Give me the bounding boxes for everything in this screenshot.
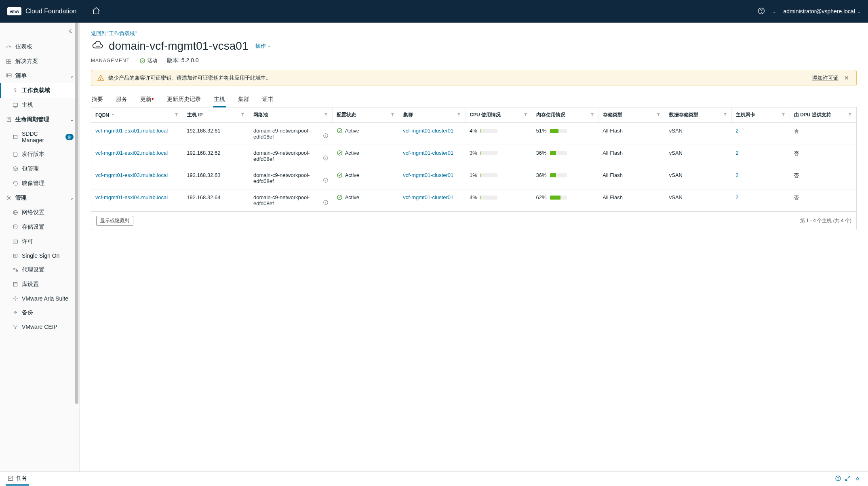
filter-icon[interactable] bbox=[324, 112, 328, 118]
sidebar-scrollbar[interactable] bbox=[74, 23, 79, 471]
nics-link[interactable]: 2 bbox=[735, 172, 738, 178]
svg-point-24 bbox=[15, 328, 16, 329]
nav-backup[interactable]: 备份 bbox=[0, 305, 79, 320]
cluster-link[interactable]: vcf-mgmt01-cluster01 bbox=[403, 150, 453, 156]
filter-icon[interactable] bbox=[523, 112, 528, 118]
nav-licensing[interactable]: 许可 bbox=[0, 234, 79, 249]
col-cpu[interactable]: CPU 使用情况 bbox=[466, 107, 532, 123]
license-icon bbox=[12, 238, 19, 245]
cluster-link[interactable]: vcf-mgmt01-cluster01 bbox=[403, 128, 453, 134]
tab-services[interactable]: 服务 bbox=[115, 93, 128, 107]
col-dpu[interactable]: 由 DPU 提供支持 bbox=[790, 107, 856, 123]
nav-inventory[interactable]: 清单 ⌄ bbox=[0, 69, 79, 83]
expand-button[interactable] bbox=[843, 473, 853, 484]
svg-rect-3 bbox=[9, 59, 11, 61]
help-button-bottom[interactable] bbox=[833, 473, 843, 484]
col-host-ip[interactable]: 主机 IP bbox=[183, 107, 249, 123]
nav-workload-domains[interactable]: 工作负载域 bbox=[0, 83, 79, 98]
filter-icon[interactable] bbox=[390, 112, 395, 118]
host-fqdn-link[interactable]: vcf-mgmt01-esxi03.mulab.local bbox=[95, 172, 168, 178]
sidebar: 仪表板 解决方案 清单 ⌄ 工作负载域 主机 bbox=[0, 23, 80, 471]
tab-update[interactable]: 更新• bbox=[139, 93, 155, 107]
cluster-link[interactable]: vcf-mgmt01-cluster01 bbox=[403, 172, 453, 178]
tab-summary[interactable]: 摘要 bbox=[91, 93, 104, 107]
nav-sso[interactable]: Single Sign On bbox=[0, 249, 79, 263]
nav-label: 生命周期管理 bbox=[15, 116, 67, 123]
sidebar-collapse-button[interactable] bbox=[0, 23, 79, 40]
tab-hosts[interactable]: 主机 bbox=[213, 93, 226, 107]
nav-sddc-manager[interactable]: SDDC Manager 新 bbox=[0, 127, 79, 147]
filter-icon[interactable] bbox=[848, 112, 852, 118]
nav-image-mgmt[interactable]: 映像管理 bbox=[0, 176, 79, 191]
expand-icon bbox=[845, 475, 851, 482]
filter-icon[interactable] bbox=[590, 112, 594, 118]
nav-releases[interactable]: 发行版本 bbox=[0, 147, 79, 162]
info-icon[interactable] bbox=[323, 155, 329, 162]
nav-admin[interactable]: 管理 ⌄ bbox=[0, 191, 79, 205]
home-button[interactable] bbox=[92, 6, 101, 17]
nav-solutions[interactable]: 解决方案 bbox=[0, 54, 79, 69]
svg-point-1 bbox=[761, 12, 762, 13]
col-cluster[interactable]: 集群 bbox=[399, 107, 466, 123]
filter-icon[interactable] bbox=[723, 112, 727, 118]
filter-icon[interactable] bbox=[240, 112, 245, 118]
nav-lifecycle[interactable]: 生命周期管理 ⌄ bbox=[0, 112, 79, 127]
datastore-type-cell: vSAN bbox=[665, 123, 732, 145]
col-fqdn[interactable]: FQDN↑ bbox=[91, 107, 183, 123]
filter-icon[interactable] bbox=[174, 112, 179, 118]
version-label: 版本: 5.2.0.0 bbox=[167, 57, 199, 64]
nav-ceip[interactable]: VMware CEIP bbox=[0, 320, 79, 334]
host-fqdn-link[interactable]: vcf-mgmt01-esxi02.mulab.local bbox=[95, 150, 168, 156]
nav-label: SDDC Manager bbox=[22, 130, 61, 143]
add-license-link[interactable]: 添加许可证 bbox=[812, 74, 839, 82]
alert-close-button[interactable]: ✕ bbox=[843, 75, 851, 81]
nav-storage[interactable]: 存储设置 bbox=[0, 220, 79, 234]
nav-repo[interactable]: 库设置 bbox=[0, 277, 79, 292]
nics-link[interactable]: 2 bbox=[735, 128, 738, 134]
storage-icon bbox=[12, 224, 19, 230]
collapse-up-button[interactable] bbox=[853, 473, 862, 484]
nav-aria[interactable]: VMware Aria Suite bbox=[0, 292, 79, 305]
nav-network[interactable]: 网络设置 bbox=[0, 205, 79, 220]
nav-bundle-mgmt[interactable]: 包管理 bbox=[0, 162, 79, 176]
host-icon bbox=[12, 102, 19, 108]
filter-icon[interactable] bbox=[781, 112, 786, 118]
nav-hosts[interactable]: 主机 bbox=[0, 98, 79, 112]
cluster-link[interactable]: vcf-mgmt01-cluster01 bbox=[403, 194, 453, 200]
image-icon bbox=[12, 180, 19, 187]
svg-point-16 bbox=[13, 225, 17, 226]
col-storage-type[interactable]: 存储类型 bbox=[598, 107, 665, 123]
nav-label: VMware CEIP bbox=[22, 324, 74, 330]
nav-dashboard[interactable]: 仪表板 bbox=[0, 40, 79, 54]
header-dropdown[interactable]: ⌄ bbox=[773, 9, 776, 14]
puzzle-icon bbox=[6, 58, 12, 65]
col-mem[interactable]: 内存使用情况 bbox=[532, 107, 599, 123]
host-fqdn-link[interactable]: vcf-mgmt01-esxi01.mulab.local bbox=[95, 128, 168, 134]
nav-proxy[interactable]: 代理设置 bbox=[0, 263, 79, 277]
tab-clusters[interactable]: 集群 bbox=[237, 93, 250, 107]
col-host-nics[interactable]: 主机网卡 bbox=[731, 107, 790, 123]
breadcrumb-back[interactable]: 返回到"工作负载域" bbox=[91, 30, 857, 37]
filter-icon[interactable] bbox=[656, 112, 661, 118]
nics-link[interactable]: 2 bbox=[735, 150, 738, 156]
col-config-status[interactable]: 配置状态 bbox=[333, 107, 399, 123]
info-icon[interactable] bbox=[323, 133, 329, 140]
col-datastore-type[interactable]: 数据存储类型 bbox=[665, 107, 732, 123]
info-icon[interactable] bbox=[323, 177, 329, 184]
user-menu[interactable]: administrator@vsphere.local ⌄ bbox=[783, 8, 861, 15]
host-fqdn-link[interactable]: vcf-mgmt01-esxi04.mulab.local bbox=[95, 194, 168, 200]
show-hide-columns-button[interactable]: 显示或隐藏列 bbox=[96, 216, 133, 226]
filter-icon[interactable] bbox=[457, 112, 461, 118]
tasks-panel-toggle[interactable]: 任务 bbox=[6, 472, 29, 486]
host-ip-cell: 192.168.32.61 bbox=[183, 123, 249, 145]
tab-update-history[interactable]: 更新历史记录 bbox=[166, 93, 202, 107]
actions-dropdown[interactable]: 操作⌄ bbox=[255, 42, 271, 50]
info-icon[interactable] bbox=[323, 200, 329, 206]
storage-type-cell: All Flash bbox=[598, 189, 665, 212]
nics-link[interactable]: 2 bbox=[735, 194, 738, 200]
nav-label: 备份 bbox=[22, 309, 74, 316]
help-button[interactable] bbox=[757, 7, 765, 16]
cpu-usage-cell: 3% bbox=[470, 150, 528, 156]
tab-certs[interactable]: 证书 bbox=[261, 93, 274, 107]
col-network-pool[interactable]: 网络池 bbox=[249, 107, 333, 123]
